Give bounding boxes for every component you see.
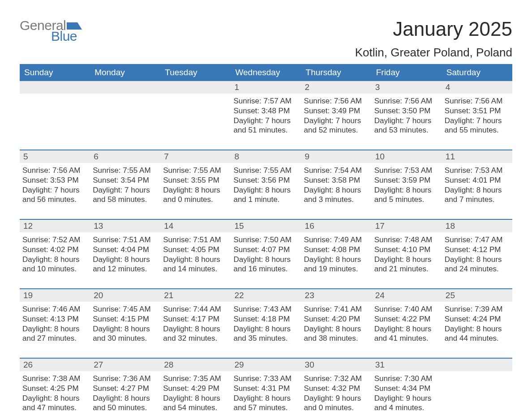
sunrise-text: Sunrise: 7:40 AM xyxy=(374,304,438,314)
sunset-text: Sunset: 4:20 PM xyxy=(304,314,368,324)
day-number xyxy=(90,81,160,94)
day-cell: 24Sunrise: 7:40 AMSunset: 4:22 PMDayligh… xyxy=(372,289,442,347)
day-body: Sunrise: 7:32 AMSunset: 4:32 PMDaylight:… xyxy=(301,371,372,411)
day-number: 11 xyxy=(442,150,512,163)
day-cell: 22Sunrise: 7:43 AMSunset: 4:18 PMDayligh… xyxy=(231,289,301,347)
day-number: 10 xyxy=(372,150,442,163)
daylight-text: Daylight: 9 hours and 0 minutes. xyxy=(304,394,368,411)
sunset-text: Sunset: 4:22 PM xyxy=(374,314,438,324)
day-number: 20 xyxy=(90,289,160,302)
weekday-header: Sunday xyxy=(20,64,90,81)
day-body: Sunrise: 7:41 AMSunset: 4:20 PMDaylight:… xyxy=(301,302,372,347)
day-number: 14 xyxy=(160,220,231,232)
daylight-text: Daylight: 8 hours and 0 minutes. xyxy=(163,185,227,205)
daylight-text: Daylight: 8 hours and 41 minutes. xyxy=(374,324,438,344)
sunset-text: Sunset: 3:53 PM xyxy=(22,176,86,185)
daylight-text: Daylight: 7 hours and 51 minutes. xyxy=(233,116,297,136)
day-body: Sunrise: 7:49 AMSunset: 4:08 PMDaylight:… xyxy=(301,232,372,278)
sunrise-text: Sunrise: 7:48 AM xyxy=(374,235,438,245)
sunset-text: Sunset: 3:59 PM xyxy=(374,176,438,185)
week-row: 1Sunrise: 7:57 AMSunset: 3:48 PMDaylight… xyxy=(20,81,512,139)
daylight-text: Daylight: 8 hours and 5 minutes. xyxy=(374,185,438,205)
sunset-text: Sunset: 4:18 PM xyxy=(233,314,297,324)
sunrise-text: Sunrise: 7:51 AM xyxy=(163,235,227,245)
day-number: 19 xyxy=(20,289,90,302)
sunrise-text: Sunrise: 7:56 AM xyxy=(374,96,438,106)
sunrise-text: Sunrise: 7:53 AM xyxy=(374,166,438,176)
daylight-text: Daylight: 9 hours and 4 minutes. xyxy=(374,394,438,411)
sunset-text: Sunset: 4:13 PM xyxy=(22,314,86,324)
day-body: Sunrise: 7:55 AMSunset: 3:55 PMDaylight:… xyxy=(160,163,231,208)
day-number: 27 xyxy=(90,359,160,371)
day-number: 31 xyxy=(372,359,442,371)
day-number: 18 xyxy=(442,220,512,232)
day-body: Sunrise: 7:51 AMSunset: 4:04 PMDaylight:… xyxy=(90,232,160,278)
sunrise-text: Sunrise: 7:32 AM xyxy=(304,374,368,384)
day-body: Sunrise: 7:56 AMSunset: 3:51 PMDaylight:… xyxy=(442,94,512,139)
sunrise-text: Sunrise: 7:50 AM xyxy=(233,235,297,245)
day-body: Sunrise: 7:50 AMSunset: 4:07 PMDaylight:… xyxy=(231,232,301,278)
sunset-text: Sunset: 3:56 PM xyxy=(233,176,297,185)
sunset-text: Sunset: 4:05 PM xyxy=(163,245,227,255)
day-number xyxy=(160,81,231,94)
day-number: 28 xyxy=(160,359,231,371)
daylight-text: Daylight: 8 hours and 35 minutes. xyxy=(233,324,297,344)
daylight-text: Daylight: 7 hours and 56 minutes. xyxy=(22,185,86,205)
sunset-text: Sunset: 3:51 PM xyxy=(445,106,509,116)
sunset-text: Sunset: 4:10 PM xyxy=(374,245,438,255)
daylight-text: Daylight: 8 hours and 21 minutes. xyxy=(374,255,438,274)
day-number: 21 xyxy=(160,289,231,302)
daylight-text: Daylight: 8 hours and 30 minutes. xyxy=(93,324,157,344)
sunrise-text: Sunrise: 7:56 AM xyxy=(304,96,368,106)
day-number: 5 xyxy=(20,150,90,163)
daylight-text: Daylight: 8 hours and 44 minutes. xyxy=(445,324,509,344)
sunset-text: Sunset: 4:15 PM xyxy=(93,314,157,324)
day-cell: 28Sunrise: 7:35 AMSunset: 4:29 PMDayligh… xyxy=(160,359,231,411)
daylight-text: Daylight: 8 hours and 3 minutes. xyxy=(304,185,368,205)
sunrise-text: Sunrise: 7:47 AM xyxy=(445,235,509,245)
day-cell: 19Sunrise: 7:46 AMSunset: 4:13 PMDayligh… xyxy=(20,289,90,347)
sunrise-text: Sunrise: 7:51 AM xyxy=(93,235,157,245)
weekday-header: Friday xyxy=(372,64,442,81)
weekday-header: Monday xyxy=(90,64,160,81)
daylight-text: Daylight: 7 hours and 53 minutes. xyxy=(374,116,438,136)
sunrise-text: Sunrise: 7:57 AM xyxy=(233,96,297,106)
sunrise-text: Sunrise: 7:35 AM xyxy=(163,374,227,384)
sunrise-text: Sunrise: 7:56 AM xyxy=(22,166,86,176)
day-body: Sunrise: 7:55 AMSunset: 3:54 PMDaylight:… xyxy=(90,163,160,208)
week-row: 5Sunrise: 7:56 AMSunset: 3:53 PMDaylight… xyxy=(20,150,512,208)
day-number: 12 xyxy=(20,220,90,232)
weekday-header: Wednesday xyxy=(231,64,301,81)
day-body: Sunrise: 7:30 AMSunset: 4:34 PMDaylight:… xyxy=(372,371,442,411)
day-body: Sunrise: 7:43 AMSunset: 4:18 PMDaylight:… xyxy=(231,302,301,347)
sunset-text: Sunset: 3:49 PM xyxy=(304,106,368,116)
day-cell: 8Sunrise: 7:55 AMSunset: 3:56 PMDaylight… xyxy=(231,150,301,208)
location: Kotlin, Greater Poland, Poland xyxy=(355,46,512,60)
sunrise-text: Sunrise: 7:30 AM xyxy=(374,374,438,384)
day-cell: 4Sunrise: 7:56 AMSunset: 3:51 PMDaylight… xyxy=(442,81,512,139)
sunrise-text: Sunrise: 7:43 AM xyxy=(233,304,297,314)
day-cell: 31Sunrise: 7:30 AMSunset: 4:34 PMDayligh… xyxy=(372,359,442,411)
day-cell: 14Sunrise: 7:51 AMSunset: 4:05 PMDayligh… xyxy=(160,220,231,278)
daylight-text: Daylight: 8 hours and 14 minutes. xyxy=(163,255,227,274)
header: General Blue January 2025 Kotlin, Greate… xyxy=(20,18,512,60)
day-number: 2 xyxy=(301,81,372,94)
day-body: Sunrise: 7:47 AMSunset: 4:12 PMDaylight:… xyxy=(442,232,512,278)
day-body: Sunrise: 7:45 AMSunset: 4:15 PMDaylight:… xyxy=(90,302,160,347)
daylight-text: Daylight: 8 hours and 19 minutes. xyxy=(304,255,368,274)
day-cell: 17Sunrise: 7:48 AMSunset: 4:10 PMDayligh… xyxy=(372,220,442,278)
daylight-text: Daylight: 7 hours and 52 minutes. xyxy=(304,116,368,136)
sunset-text: Sunset: 4:32 PM xyxy=(304,384,368,394)
day-cell: 5Sunrise: 7:56 AMSunset: 3:53 PMDaylight… xyxy=(20,150,90,208)
day-cell: 9Sunrise: 7:54 AMSunset: 3:58 PMDaylight… xyxy=(301,150,372,208)
day-body: Sunrise: 7:36 AMSunset: 4:27 PMDaylight:… xyxy=(90,371,160,411)
day-number: 24 xyxy=(372,289,442,302)
sunrise-text: Sunrise: 7:53 AM xyxy=(445,166,509,176)
day-number: 4 xyxy=(442,81,512,94)
day-cell: 21Sunrise: 7:44 AMSunset: 4:17 PMDayligh… xyxy=(160,289,231,347)
sunset-text: Sunset: 4:34 PM xyxy=(374,384,438,394)
sunset-text: Sunset: 4:07 PM xyxy=(233,245,297,255)
sunrise-text: Sunrise: 7:45 AM xyxy=(93,304,157,314)
day-number: 3 xyxy=(372,81,442,94)
title-block: January 2025 Kotlin, Greater Poland, Pol… xyxy=(355,18,512,60)
